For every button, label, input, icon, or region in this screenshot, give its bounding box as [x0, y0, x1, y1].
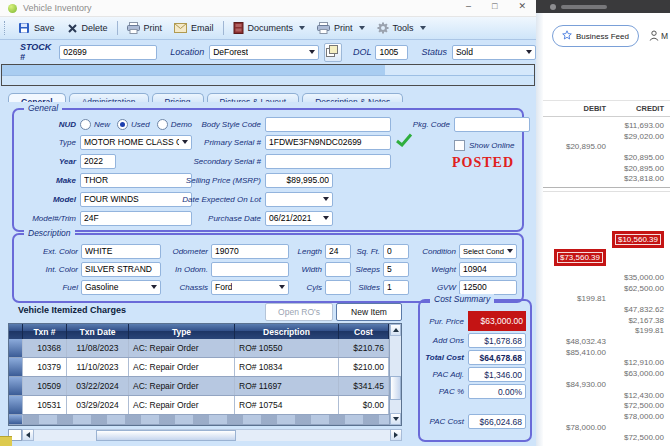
scrollbar-thumb[interactable]: [390, 376, 401, 400]
gvw-field[interactable]: [459, 280, 517, 295]
window-maximize-button[interactable]: □: [492, 1, 497, 11]
column-header-type[interactable]: Type: [129, 324, 235, 339]
dol-input[interactable]: [375, 45, 408, 60]
table-row[interactable]: 1037911/10/2023AC: Repair OrderRO# 10834…: [9, 358, 389, 377]
sleeps-field[interactable]: [383, 262, 409, 277]
msrp-label: Selling Price (MSRP): [169, 176, 261, 185]
table-row[interactable]: 1053103/29/2024AC: Repair OrderRO# 10754…: [9, 396, 389, 415]
debit-header: DEBIT: [543, 104, 606, 113]
cyls-field[interactable]: [325, 280, 351, 295]
pur-price-value: $63,000.00: [480, 316, 523, 326]
pkg-code-field[interactable]: [454, 117, 530, 132]
save-button[interactable]: Save: [12, 20, 61, 36]
person-icon: [649, 30, 659, 43]
dol-label: DOL: [353, 47, 372, 57]
body-style-field[interactable]: [265, 117, 391, 132]
radio-used-label: Used: [131, 120, 150, 129]
ledger-credit-cell: $20,895.00: [606, 164, 666, 173]
grid-cell: [385, 65, 534, 76]
window-minimize-button[interactable]: –: [466, 1, 471, 11]
print-menu-label: Print: [334, 23, 353, 33]
location-dropdown[interactable]: DeForest: [209, 45, 318, 60]
vertical-scrollbar[interactable]: [389, 324, 401, 425]
date-expected-dropdown[interactable]: [265, 192, 333, 207]
body-style-label: Body Style Code: [169, 120, 261, 129]
table-row[interactable]: 1050903/22/2024AC: Repair OrderRO# 11697…: [9, 377, 389, 396]
sqft-field[interactable]: [383, 244, 409, 259]
window-close-button[interactable]: ✕: [518, 1, 526, 11]
cost-summary-groupbox: Cost Summary Pur. Price $63,000.00 Add O…: [418, 299, 532, 442]
row-header-cell: [9, 377, 23, 395]
ledger-credit-cell: $72,500.00: [606, 401, 666, 410]
scroll-down-button[interactable]: [390, 413, 401, 425]
user-menu[interactable]: M: [649, 30, 668, 43]
business-feed-button[interactable]: Business Feed: [552, 25, 639, 47]
condition-dropdown[interactable]: Select Condition: [459, 244, 517, 259]
fuel-dropdown[interactable]: Gasoline: [81, 280, 161, 295]
column-header-description[interactable]: Description: [235, 324, 339, 339]
table-cell-date: 11/08/2023: [67, 339, 129, 357]
horizontal-scrollbar[interactable]: [8, 429, 402, 441]
documents-button[interactable]: Documents: [227, 20, 312, 36]
copy-record-button[interactable]: [324, 43, 342, 62]
status-dropdown[interactable]: Sold: [452, 45, 536, 60]
secondary-serial-field[interactable]: [265, 154, 391, 169]
location-label: Location: [170, 47, 204, 57]
width-field[interactable]: [325, 262, 351, 277]
delete-button[interactable]: Delete: [61, 21, 114, 36]
year-field[interactable]: [80, 154, 116, 169]
chassis-dropdown[interactable]: Ford: [211, 280, 289, 295]
status-label: Status: [421, 47, 447, 57]
scroll-left-button[interactable]: [22, 429, 34, 441]
sleeps-label: Sleeps: [354, 265, 380, 274]
radio-new[interactable]: New: [80, 119, 110, 130]
location-value: DeForest: [213, 47, 248, 57]
ledger-row: $84,930.00: [543, 379, 670, 390]
odometer-field[interactable]: [211, 244, 289, 259]
table-row[interactable]: 1036811/08/2023AC: Repair OrderRO# 10550…: [9, 339, 389, 358]
print-button[interactable]: Print: [121, 20, 169, 36]
email-button[interactable]: Email: [168, 21, 220, 35]
gvw-label: GVW: [412, 283, 456, 292]
in-odom-field[interactable]: [211, 262, 289, 277]
ledger-row: $11,693.00: [543, 120, 670, 131]
ledger-credit-cell: $29,020.00: [606, 132, 666, 141]
background-window-titlebar: [536, 0, 670, 13]
purchase-date-dropdown[interactable]: 06/21/2021: [265, 211, 333, 226]
ledger-row: $12,430.00: [543, 390, 670, 401]
scroll-right-button[interactable]: [390, 429, 402, 441]
new-item-button[interactable]: New Item: [336, 303, 402, 321]
ledger-row: $48,032.43: [543, 336, 670, 347]
open-ros-button[interactable]: Open RO's: [265, 303, 333, 321]
print-menu-button[interactable]: Print: [311, 20, 371, 36]
radio-used[interactable]: Used: [117, 119, 150, 130]
pkg-code-label: Pkg. Code: [410, 120, 450, 129]
msrp-field[interactable]: [265, 173, 333, 188]
length-field[interactable]: [325, 244, 351, 259]
cyls-label: Cyls: [292, 283, 322, 292]
slides-field[interactable]: [383, 280, 409, 295]
column-header-cost[interactable]: Cost: [339, 324, 389, 339]
scrollbar-track[interactable]: [390, 336, 401, 413]
column-header-date[interactable]: Txn Date: [67, 324, 129, 339]
show-online-checkbox[interactable]: [454, 140, 465, 151]
table-cell-cost: $210.00: [339, 358, 389, 376]
ledger-debit-cell: $20,895.00: [543, 142, 606, 151]
vehicle-inventory-window: Vehicle Inventory – □ ✕ Save Delete Prin…: [0, 0, 536, 446]
ext-color-field[interactable]: [81, 244, 161, 259]
scrollbar-track[interactable]: [34, 429, 390, 441]
grid-cell: [2, 65, 386, 76]
ledger-row: $63,000.00: [543, 368, 670, 379]
year-label: Year: [22, 157, 76, 166]
weight-field[interactable]: [459, 262, 517, 277]
tools-button[interactable]: Tools: [371, 20, 432, 36]
ledger: DEBIT CREDIT $11,693.00$29,020.00$20,895…: [543, 100, 670, 443]
int-color-field[interactable]: [81, 262, 161, 277]
scrollbar-thumb[interactable]: [96, 430, 236, 441]
stock-input[interactable]: [59, 45, 157, 60]
column-header-txn[interactable]: Txn #: [23, 324, 67, 339]
user-label: M: [661, 31, 668, 41]
primary-serial-field[interactable]: [265, 135, 391, 150]
ledger-credit-cell: $12,430.00: [606, 391, 666, 400]
scroll-up-button[interactable]: [390, 324, 401, 336]
